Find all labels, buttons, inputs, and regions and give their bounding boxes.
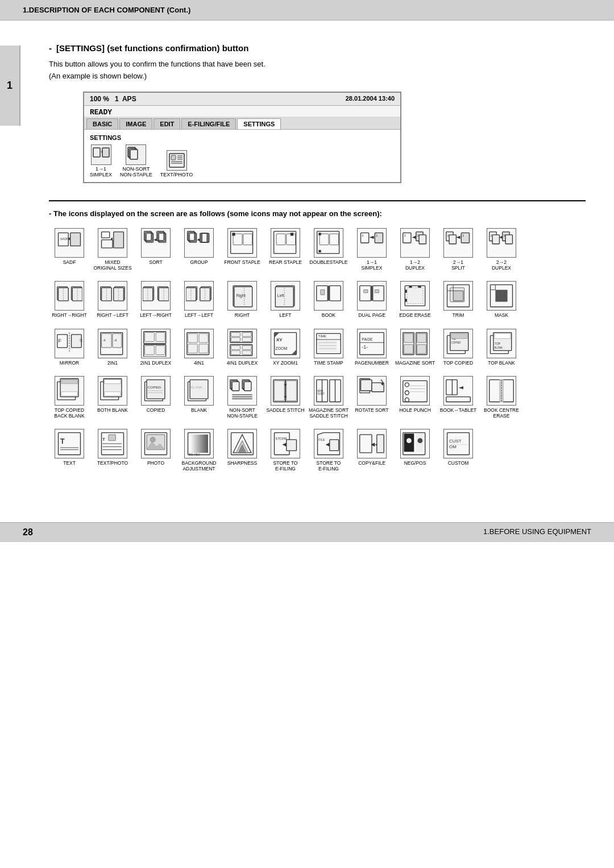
svg-rect-127: [495, 290, 507, 302]
svg-text:d: d: [103, 338, 106, 342]
icons-row-5: T TEXT T: [49, 429, 586, 476]
icons-row-4: TOP COPIEDBACK BLANK BOTH BLANK: [49, 376, 586, 423]
screen-top-bar: 100 % 1 APS 28.01.2004 13:40: [84, 93, 400, 106]
svg-rect-222: [287, 381, 297, 400]
icon-magazine-sort: MAGAZINE SORT: [395, 329, 435, 366]
tab-basic[interactable]: BASIC: [86, 118, 118, 129]
svg-rect-180: [404, 344, 413, 353]
svg-rect-266: [190, 435, 208, 453]
icon-magazine-sort-saddle: MAG SORT MAGAZINE SORTSADDLE STITCH: [308, 376, 349, 419]
tab-efiling[interactable]: E-FILING/FILE: [181, 118, 236, 129]
svg-rect-279: [360, 435, 372, 453]
svg-rect-149: [188, 344, 198, 353]
svg-rect-38: [243, 234, 252, 245]
svg-rect-232: [361, 379, 372, 390]
icon-book: BOOK: [308, 281, 349, 318]
svg-rect-200: [105, 379, 121, 383]
svg-rect-8: [171, 155, 176, 160]
svg-rect-141: [145, 332, 155, 341]
svg-point-223: [284, 383, 287, 386]
svg-rect-188: [451, 333, 467, 338]
svg-rect-158: [242, 345, 251, 349]
svg-point-238: [405, 398, 409, 402]
svg-text:COPIED: COPIED: [451, 341, 461, 344]
screen-icons-row: 1→1 SIMPLEX NON-SORT NON: [90, 144, 395, 177]
icon-store-to-efiling-1: STORE STORE TOE-FILING: [265, 429, 306, 472]
svg-rect-275: [287, 440, 297, 450]
icon-left-left: LEFT→LEFT: [179, 281, 219, 318]
icon-mixed-original: MIXEDORIGINAL SIZES: [92, 228, 133, 271]
svg-rect-114: [375, 290, 379, 293]
svg-text:2: 2: [504, 233, 506, 237]
svg-marker-274: [283, 443, 287, 447]
svg-text:CUST: CUST: [449, 439, 462, 444]
svg-marker-35: [197, 238, 200, 241]
svg-rect-193: [495, 333, 511, 338]
svg-rect-154: [231, 337, 240, 341]
svg-text:FILE: FILE: [318, 438, 325, 441]
icon-group: GROUP: [179, 228, 219, 271]
svg-rect-196: [61, 379, 77, 383]
svg-rect-117: [409, 286, 412, 288]
svg-point-263: [150, 437, 155, 443]
svg-rect-150: [199, 344, 208, 353]
svg-text:T: T: [60, 437, 65, 445]
page-tab: 1: [0, 46, 20, 126]
svg-marker-280: [371, 443, 375, 447]
icon-2to1-split: 2 1 2→1SPLIT: [438, 228, 479, 271]
svg-text:OM: OM: [449, 444, 457, 449]
screen-icon-nonsort: NON-SORT NON-STAPLE: [120, 144, 152, 177]
icons-row-3: F F MIRROR d d: [49, 329, 586, 370]
screen-body: SETTINGS 1→1 SIMPLEX: [84, 130, 400, 182]
svg-rect-201: [105, 392, 121, 396]
svg-marker-60: [412, 236, 416, 239]
svg-rect-247: [489, 379, 500, 402]
svg-rect-138: [113, 333, 122, 348]
icon-neg-pos: NEG/POS: [395, 429, 435, 472]
svg-text:BLANK: BLANK: [495, 346, 503, 349]
icon-4in1-duplex: 4IN1 DUPLEX: [222, 329, 263, 366]
svg-rect-215: [244, 382, 251, 391]
svg-point-224: [284, 396, 287, 398]
svg-rect-71: [505, 235, 512, 244]
icon-top-copied-back-blank: TOP COPIEDBACK BLANK: [49, 376, 90, 419]
icons-section-desc: - The icons displayed on the screen are …: [49, 200, 586, 220]
icon-text-photo: T TEXT/PHOTO: [92, 429, 133, 472]
footer: 28 1.BEFORE USING EQUIPMENT: [0, 522, 614, 542]
icon-time-stamp: TIME STAMP TIME STAMP: [308, 329, 349, 366]
icons-row-2: RIGHT→RIGHT RIGHT→LEFT: [49, 281, 586, 323]
section-desc: This button allows you to confirm the fu…: [49, 59, 586, 82]
svg-text:MAG: MAG: [318, 390, 324, 392]
tab-image[interactable]: IMAGE: [119, 118, 152, 129]
svg-rect-170: [318, 340, 337, 351]
svg-rect-0: [93, 148, 100, 157]
svg-rect-142: [156, 332, 165, 341]
tab-settings[interactable]: SETTINGS: [237, 118, 281, 129]
icon-trim: TRIM: [438, 281, 479, 318]
svg-text:COPIED: COPIED: [148, 385, 161, 389]
dash: -: [49, 43, 52, 53]
svg-rect-45: [320, 234, 329, 245]
svg-rect-62: [449, 235, 456, 244]
svg-rect-41: [276, 234, 285, 245]
svg-point-287: [417, 438, 422, 443]
desc-line2: (An example is shown below.): [49, 72, 147, 80]
icon-2in1: d d 2IN1: [92, 329, 133, 366]
svg-text:BG ADJ: BG ADJ: [189, 453, 200, 456]
svg-rect-152: [231, 332, 240, 336]
icon-dual-page: DUAL PAGE: [351, 281, 392, 318]
tab-edit[interactable]: EDIT: [154, 118, 180, 129]
icon-rotate-sort: ROTATE SORT: [351, 376, 392, 419]
icon-double-staple: DOUBLESTAPLE: [308, 228, 349, 271]
svg-rect-183: [417, 344, 426, 353]
icon-4in1: 4IN1: [179, 329, 219, 366]
svg-text:F: F: [79, 338, 82, 344]
svg-text:TOP: TOP: [495, 341, 501, 345]
svg-rect-120: [405, 299, 407, 302]
icon-front-staple: FRONT STAPLE: [222, 228, 263, 271]
svg-text:1: 1: [404, 233, 406, 237]
svg-marker-164: [275, 332, 280, 337]
svg-point-237: [405, 391, 409, 395]
svg-rect-197: [61, 392, 77, 396]
screen-datetime: 28.01.2004 13:40: [346, 95, 395, 103]
